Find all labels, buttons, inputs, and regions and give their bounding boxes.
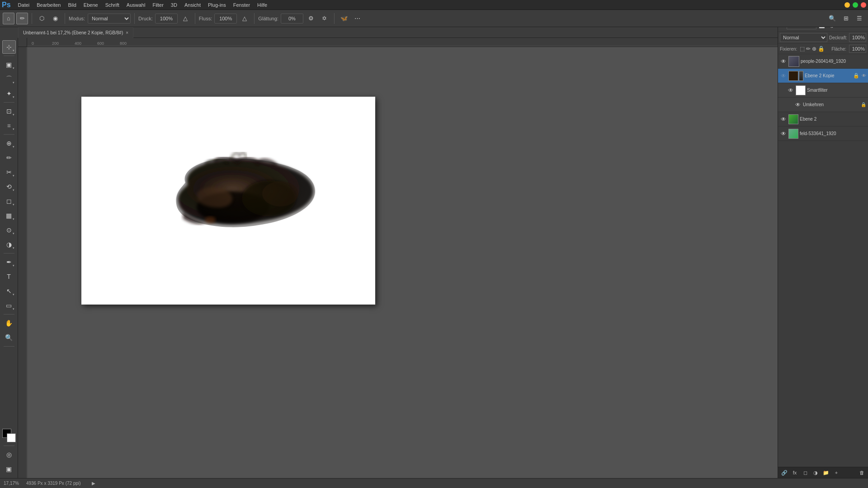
background-color[interactable] (7, 433, 16, 442)
layer-visibility-5[interactable]: 👁 (780, 130, 787, 137)
selection-tool[interactable]: ▣▾ (2, 58, 16, 71)
menu-item-auswahl[interactable]: Auswahl (123, 1, 149, 9)
menu-item-hilfe[interactable]: Hilfe (254, 1, 271, 9)
left-toolbar: ⊹▾ ▣▾ ⌒▾ ✦▾ ⊡▾ ⌗▾ ⊕▾ ✏ ✂▾ ⟲▾ ◻▾ ▦▾ ⊙▾ ◑▾… (0, 38, 18, 478)
menu-item-bearbeiten[interactable]: Bearbeiten (33, 1, 64, 9)
layer-item-3[interactable]: 👁 Umkehren 🔒 (778, 98, 868, 112)
add-mask-button[interactable]: ◻ (801, 468, 810, 477)
menu-item-bild[interactable]: Bild (64, 1, 80, 9)
toolbar: ⌂ ✏ ⬡ ◉ Modus: Normal Multiplizieren Abw… (0, 10, 868, 27)
layer-item-1[interactable]: 👁 Ebene 2 Kopie 🔒 👁 (778, 69, 868, 83)
crop-tool[interactable]: ⊡▾ (2, 104, 16, 118)
menu-item-ebene[interactable]: Ebene (80, 1, 102, 9)
history-brush-tool[interactable]: ⟲▾ (2, 180, 16, 193)
search-button[interactable]: 🔍 (826, 13, 838, 24)
text-tool[interactable]: T (2, 270, 16, 283)
view-button[interactable]: ⊞ (840, 13, 852, 24)
layer-item-4[interactable]: 👁 Ebene 2 (778, 112, 868, 127)
lock-move-button[interactable]: ⊕ (812, 46, 816, 52)
hand-tool[interactable]: ✋ (2, 316, 16, 330)
delete-layer-button[interactable]: 🗑 (857, 468, 866, 477)
zoom-level: 17,17% (4, 481, 19, 486)
new-layer-button[interactable]: + (832, 468, 841, 477)
blend-row: Normal Multiplizieren Abdunkeln Deckraft… (778, 32, 868, 44)
dodge-tool[interactable]: ◑▾ (2, 238, 16, 251)
menu-item-3d[interactable]: 3D (167, 1, 181, 9)
home-button[interactable]: ⌂ (3, 13, 14, 24)
document-canvas[interactable] (81, 97, 375, 305)
panel-button[interactable]: ☰ (854, 13, 865, 24)
layer-item-5[interactable]: 👁 feld-533641_1920 (778, 127, 868, 141)
glattung-input[interactable] (281, 14, 303, 23)
mode-select[interactable]: Normal Multiplizieren Abwedeln (88, 14, 131, 23)
new-group-button[interactable]: 📁 (821, 468, 830, 477)
settings-button[interactable]: ⚙ (305, 13, 317, 24)
menu-item-filter[interactable]: Filter (149, 1, 167, 9)
lock-draw-button[interactable]: ✏ (806, 46, 811, 52)
brush-opacity-button[interactable]: ◉ (49, 13, 61, 24)
menu-item-ansicht[interactable]: Ansicht (181, 1, 204, 9)
gradient-tool[interactable]: ▦▾ (2, 209, 16, 222)
layer-eye-right-1[interactable]: 👁 (862, 73, 866, 78)
magic-wand-tool[interactable]: ✦▾ (2, 87, 16, 100)
clone-stamp-tool[interactable]: ✂▾ (2, 165, 16, 179)
lock-all-button[interactable]: 🔒 (818, 46, 825, 52)
document-tab[interactable]: Unbenannt-1 bei 17,2% (Ebene 2 Kopie, RG… (18, 27, 133, 38)
extra-button[interactable]: ⋯ (352, 13, 363, 24)
fill-input[interactable] (849, 45, 866, 53)
druck-label: Druck: (138, 16, 153, 21)
lasso-tool[interactable]: ⌒▾ (2, 72, 16, 86)
ruler-tick-label-600: 600 (97, 41, 104, 46)
shape-tool[interactable]: ▭▾ (2, 299, 16, 312)
blend-mode-select[interactable]: Normal Multiplizieren Abdunkeln (780, 33, 827, 42)
lock-pixels-button[interactable]: ⬚ (800, 46, 805, 52)
symmetry-button[interactable]: 🦋 (338, 13, 350, 24)
eyedropper-tool[interactable]: ⌗▾ (2, 119, 16, 132)
layer-visibility-3[interactable]: 👁 (794, 101, 802, 108)
layer-thumb-2 (796, 85, 806, 95)
brush-tool[interactable]: ✏ (2, 151, 16, 164)
move-tool[interactable]: ⊹▾ (2, 40, 16, 54)
eraser-tool[interactable]: ◻▾ (2, 194, 16, 208)
layer-item-2[interactable]: 👁 Smartfilter (778, 83, 868, 98)
fluss-input[interactable] (214, 14, 237, 23)
layer-item-0[interactable]: 👁 people-2604149_1920 (778, 54, 868, 69)
add-style-button[interactable]: fx (790, 468, 799, 477)
screen-mode-button[interactable]: ▣ (2, 462, 16, 476)
angle-button[interactable]: ✡ (319, 13, 330, 24)
tab-close-button[interactable]: × (126, 30, 128, 35)
brush-tool-active[interactable]: ✏ (16, 13, 28, 24)
maximize-button[interactable] (853, 2, 858, 8)
druck-input[interactable] (155, 14, 178, 23)
spot-healing-tool[interactable]: ⊕▾ (2, 136, 16, 150)
menu-item-plugins[interactable]: Plug-ins (204, 1, 230, 9)
color-picker[interactable] (2, 429, 16, 442)
tab-title: Unbenannt-1 bei 17,2% (Ebene 2 Kopie, RG… (23, 30, 123, 35)
menu-item-datei[interactable]: Datei (14, 1, 33, 9)
brush-settings-button[interactable]: ⬡ (36, 13, 47, 24)
layer-visibility-4[interactable]: 👁 (780, 116, 787, 123)
menu-item-fenster[interactable]: Fenster (230, 1, 254, 9)
blur-tool[interactable]: ⊙▾ (2, 223, 16, 237)
layers-list: 👁 people-2604149_1920 👁 Ebene 2 Kopie 🔒 … (778, 54, 868, 467)
close-button[interactable] (861, 2, 866, 8)
link-layers-button[interactable]: 🔗 (780, 468, 789, 477)
opacity-input[interactable] (849, 33, 866, 42)
fluss-pressure-button[interactable]: △ (239, 13, 250, 24)
pressure-button[interactable]: △ (179, 13, 191, 24)
minimize-button[interactable] (844, 2, 850, 8)
layer-visibility-1[interactable]: 👁 (780, 72, 787, 80)
quick-mask-button[interactable]: ◎ (2, 448, 16, 461)
layer-visibility-0[interactable]: 👁 (780, 58, 787, 65)
zoom-tool[interactable]: 🔍 (2, 331, 16, 344)
tool-sep-1 (4, 56, 14, 56)
new-fill-button[interactable]: ◑ (811, 468, 820, 477)
path-select-tool[interactable]: ↖▾ (2, 284, 16, 298)
toolbar-separator-4 (195, 13, 195, 24)
layer-visibility-2[interactable]: 👁 (787, 87, 794, 94)
pen-tool[interactable]: ✒▾ (2, 255, 16, 269)
layer-name-1: Ebene 2 Kopie (805, 73, 852, 78)
menu-item-schrift[interactable]: Schrift (102, 1, 123, 9)
app-icon[interactable]: Ps (2, 1, 11, 9)
canvas-area[interactable]: 0 200 400 600 800 (18, 38, 778, 478)
